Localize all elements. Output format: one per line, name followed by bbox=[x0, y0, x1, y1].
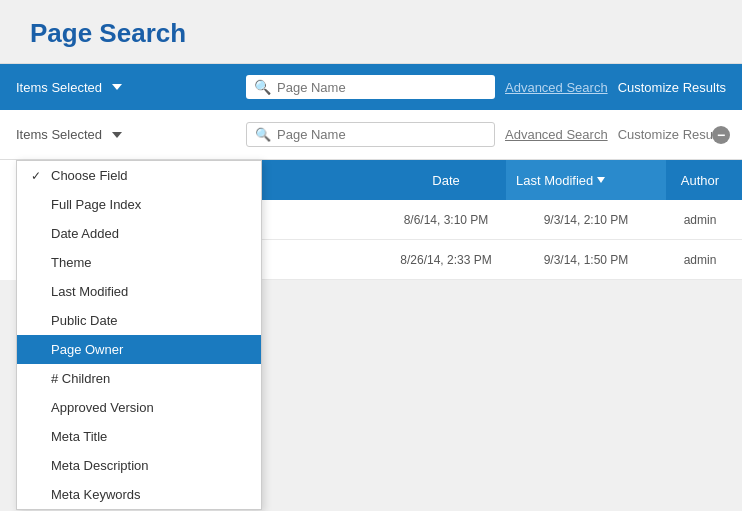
search-input-second[interactable] bbox=[277, 127, 486, 142]
dropdown-item-4[interactable]: ✓Last Modified bbox=[17, 277, 261, 306]
search-icon-top: 🔍 bbox=[254, 79, 271, 95]
table-row-0: 8/6/14, 3:10 PM9/3/14, 2:10 PMadmin bbox=[246, 200, 742, 240]
advanced-search-link-second[interactable]: Advanced Search bbox=[505, 127, 608, 142]
minus-circle-icon[interactable]: − bbox=[712, 126, 730, 144]
table-rows-container: 8/6/14, 3:10 PM9/3/14, 2:10 PMadmin8/26/… bbox=[246, 200, 742, 280]
dropdown-item-8[interactable]: ✓Approved Version bbox=[17, 393, 261, 422]
customize-results-top[interactable]: Customize Results bbox=[618, 80, 726, 95]
items-selected-label-top: Items Selected bbox=[16, 80, 102, 95]
dropdown-item-10[interactable]: ✓Meta Description bbox=[17, 451, 261, 480]
items-selected-top[interactable]: Items Selected bbox=[16, 80, 236, 95]
table-header: Date Last Modified Author bbox=[246, 160, 742, 200]
dropdown-item-label-0: Choose Field bbox=[51, 168, 128, 183]
row-date-0: 8/6/14, 3:10 PM bbox=[386, 213, 506, 227]
search-box-top: 🔍 bbox=[246, 75, 495, 99]
dropdown-item-3[interactable]: ✓Theme bbox=[17, 248, 261, 277]
row-author-0: admin bbox=[666, 213, 734, 227]
dropdown-item-11[interactable]: ✓Meta Keywords bbox=[17, 480, 261, 509]
toolbar-top: Items Selected 🔍 Advanced Search Customi… bbox=[0, 64, 742, 110]
dropdown-item-label-6: Page Owner bbox=[51, 342, 123, 357]
dropdown-item-label-2: Date Added bbox=[51, 226, 119, 241]
dropdown-menu: ✓Choose Field✓Full Page Index✓Date Added… bbox=[16, 160, 262, 510]
chevron-down-icon-top[interactable] bbox=[112, 84, 122, 90]
dropdown-item-label-8: Approved Version bbox=[51, 400, 154, 415]
items-selected-label-second: Items Selected bbox=[16, 127, 102, 142]
dropdown-item-label-9: Meta Title bbox=[51, 429, 107, 444]
row-date-1: 8/26/14, 2:33 PM bbox=[386, 253, 506, 267]
dropdown-item-label-4: Last Modified bbox=[51, 284, 128, 299]
dropdown-item-label-11: Meta Keywords bbox=[51, 487, 141, 502]
dropdown-item-6[interactable]: ✓Page Owner bbox=[17, 335, 261, 364]
row-last-modified-1: 9/3/14, 1:50 PM bbox=[506, 253, 666, 267]
dropdown-item-label-7: # Children bbox=[51, 371, 110, 386]
main-content: Items Selected 🔍 Advanced Search Customi… bbox=[0, 110, 742, 280]
dropdown-item-5[interactable]: ✓Public Date bbox=[17, 306, 261, 335]
search-input-top[interactable] bbox=[277, 80, 487, 95]
dropdown-item-label-1: Full Page Index bbox=[51, 197, 141, 212]
dropdown-item-9[interactable]: ✓Meta Title bbox=[17, 422, 261, 451]
advanced-search-link-top[interactable]: Advanced Search bbox=[505, 80, 608, 95]
toolbar-second: Items Selected 🔍 Advanced Search Customi… bbox=[0, 110, 742, 160]
row-author-1: admin bbox=[666, 253, 734, 267]
col-date-header: Date bbox=[386, 173, 506, 188]
items-selected-second[interactable]: Items Selected bbox=[16, 127, 236, 142]
page-header: Page Search bbox=[0, 0, 742, 64]
dropdown-item-2[interactable]: ✓Date Added bbox=[17, 219, 261, 248]
row-last-modified-0: 9/3/14, 2:10 PM bbox=[506, 213, 666, 227]
sort-arrow-icon[interactable] bbox=[597, 177, 605, 183]
col-author-header: Author bbox=[666, 173, 734, 188]
customize-results-second[interactable]: Customize Results bbox=[618, 127, 726, 142]
dropdown-item-label-10: Meta Description bbox=[51, 458, 149, 473]
dropdown-item-7[interactable]: ✓# Children bbox=[17, 364, 261, 393]
check-mark-0: ✓ bbox=[31, 169, 45, 183]
dropdown-item-0[interactable]: ✓Choose Field bbox=[17, 161, 261, 190]
page-title: Page Search bbox=[30, 18, 712, 49]
chevron-down-icon-second[interactable] bbox=[112, 132, 122, 138]
dropdown-item-1[interactable]: ✓Full Page Index bbox=[17, 190, 261, 219]
table-row-1: 8/26/14, 2:33 PM9/3/14, 1:50 PMadmin bbox=[246, 240, 742, 280]
search-icon-second: 🔍 bbox=[255, 127, 271, 142]
dropdown-item-label-5: Public Date bbox=[51, 313, 117, 328]
dropdown-item-label-3: Theme bbox=[51, 255, 91, 270]
col-last-modified-header: Last Modified bbox=[506, 160, 666, 200]
search-box-second: 🔍 bbox=[246, 122, 495, 147]
